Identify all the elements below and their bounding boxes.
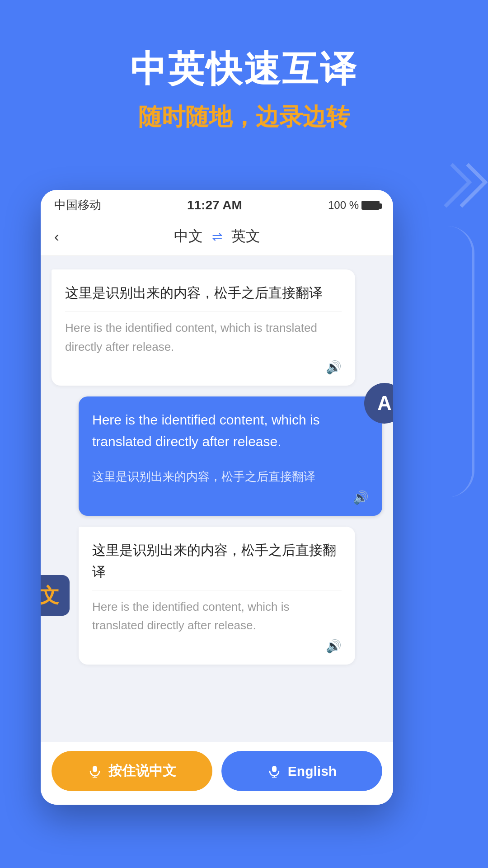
- bubble2-original: Here is the identified content, which is…: [92, 409, 369, 453]
- message-bubble-3: 这里是识别出来的内容，松手之后直接翻译 Here is the identifi…: [79, 527, 355, 665]
- speak-english-button[interactable]: English: [221, 751, 382, 791]
- sub-title: 随时随地，边录边转: [0, 101, 488, 133]
- bubble1-divider: [65, 311, 342, 311]
- chinese-badge: 文: [41, 575, 70, 616]
- battery-indicator: 100 %: [328, 199, 380, 212]
- svg-rect-0: [93, 766, 97, 772]
- bubble3-divider: [92, 590, 342, 590]
- carrier-text: 中国移动: [54, 197, 101, 213]
- audio-icon-3[interactable]: 🔊: [326, 639, 342, 654]
- header-section: 中英快速互译 随时随地，边录边转: [0, 0, 488, 160]
- bubble1-audio[interactable]: 🔊: [65, 360, 342, 375]
- nav-bar: ‹ 中文 ⇌ 英文: [41, 218, 393, 256]
- english-badge-char: A: [377, 392, 392, 415]
- phone-mockup: 中国移动 11:27 AM 100 % ‹ 中文 ⇌ 英文 这里是识别出来的内容…: [41, 190, 393, 805]
- nav-lang-left: 中文: [174, 226, 203, 246]
- back-button[interactable]: ‹: [54, 228, 59, 245]
- audio-icon-1[interactable]: 🔊: [326, 360, 342, 375]
- status-bar: 中国移动 11:27 AM 100 %: [41, 190, 393, 218]
- bubble2-translated: 这里是识别出来的内容，松手之后直接翻译: [92, 467, 369, 486]
- chat-area: 这里是识别出来的内容，松手之后直接翻译 Here is the identifi…: [41, 256, 393, 780]
- bubble3-audio[interactable]: 🔊: [92, 639, 342, 654]
- nav-lang-arrows[interactable]: ⇌: [212, 229, 222, 244]
- bubble2-audio[interactable]: 🔊: [92, 490, 369, 505]
- time-text: 11:27 AM: [187, 198, 242, 212]
- bubble3-container: 文 这里是识别出来的内容，松手之后直接翻译 Here is the identi…: [52, 527, 382, 665]
- audio-icon-2[interactable]: 🔊: [353, 490, 369, 505]
- bubble3-original: 这里是识别出来的内容，松手之后直接翻译: [92, 539, 342, 583]
- chinese-badge-char: 文: [41, 582, 59, 609]
- message-bubble-2: Here is the identified content, which is…: [79, 396, 382, 516]
- bottom-bar: 按住说中文 English: [41, 742, 393, 805]
- message-bubble-2-wrapper: Here is the identified content, which is…: [52, 396, 382, 516]
- message-bubble-1: 这里是识别出来的内容，松手之后直接翻译 Here is the identifi…: [52, 269, 355, 386]
- speak-chinese-button[interactable]: 按住说中文: [52, 751, 212, 791]
- bg-decoration-curve: [420, 226, 474, 497]
- battery-percent: 100 %: [328, 199, 359, 212]
- speak-english-label: English: [288, 764, 337, 779]
- svg-rect-3: [272, 766, 277, 772]
- battery-icon: [361, 201, 380, 210]
- nav-lang-right: 英文: [231, 226, 260, 246]
- bubble3-translated: Here is the identified content, which is…: [92, 598, 342, 635]
- bubble2-divider: [92, 460, 369, 460]
- bubble1-translated: Here is the identified content, which is…: [65, 319, 342, 356]
- mic-icon-english: [267, 764, 282, 778]
- speak-chinese-label: 按住说中文: [108, 762, 176, 780]
- bubble1-original: 这里是识别出来的内容，松手之后直接翻译: [65, 282, 342, 304]
- mic-icon-chinese: [88, 764, 102, 778]
- main-title: 中英快速互译: [0, 45, 488, 94]
- nav-title-group: 中文 ⇌ 英文: [174, 226, 260, 246]
